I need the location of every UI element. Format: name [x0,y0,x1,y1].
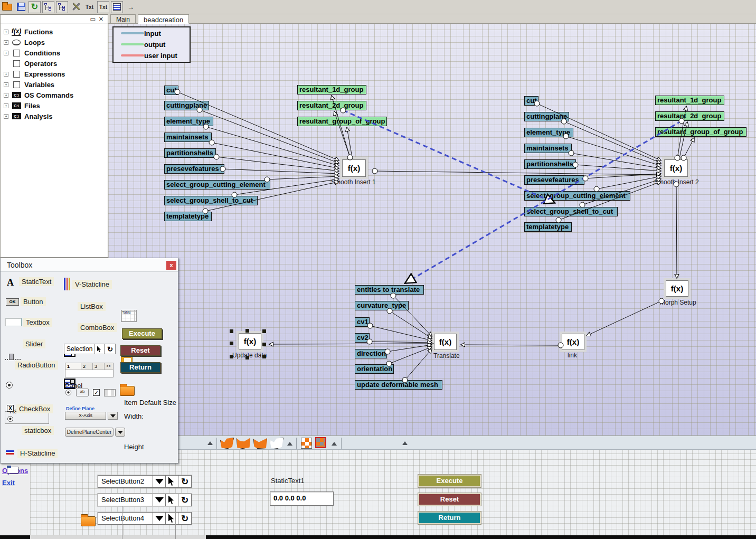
fx-node-update-data[interactable]: f(x) [239,333,261,349]
exit-link[interactable]: Exit [2,479,15,487]
tree-item-analysis[interactable]: +C:\Analysis [4,111,108,121]
fx-node-morph-setup[interactable]: f(x) [666,280,688,297]
toolbox-item-button[interactable]: Button [21,297,46,306]
connector-arrow-icon[interactable]: → [125,1,137,13]
x-axis-dropdown[interactable]: X-Axis [65,412,106,420]
fx-node-smooth-insert-2[interactable]: f(x) [664,159,688,177]
node-input-maintainsets-2[interactable]: maintainsets [524,144,572,153]
refresh-icon[interactable]: ↻ [29,1,41,13]
toolbox-item-radiobutton[interactable]: RadioButton [15,361,58,370]
save-icon[interactable] [15,1,27,13]
node-output-resultant-group-of-group-2[interactable]: resultant_group_of_group [655,127,746,137]
toolbox-item-h-staticline[interactable]: H-Staticline [17,449,58,458]
tree-item-files[interactable]: +C:\Files [4,100,108,111]
node-output-resultant-1d-group-2[interactable]: resultant_1d_group [655,96,724,105]
refresh-icon[interactable]: ↻ [105,344,115,354]
node-output-resultant-2d-group[interactable]: resultant_2d_group [297,101,366,110]
fx-node-smooth-insert-1[interactable]: f(x) [342,159,366,177]
toolbox-item-listbox[interactable]: ListBox [78,302,106,311]
tree-item-loops[interactable]: +Loops [4,37,108,48]
coordinate-textbox[interactable]: 0.0 0.0 0.0 [270,491,334,506]
node-input-curvature-type[interactable]: curvature_type [355,301,409,310]
toolbox-item-slider[interactable]: Slider [23,339,45,348]
dropdown-icon[interactable] [153,494,166,506]
toolbox-item-staticbox[interactable]: staticbox [22,426,54,435]
tree-view-icon[interactable] [42,1,54,13]
toolbox-return-button[interactable]: Return [120,362,160,373]
node-input-select-group-shell-to-cut-2[interactable]: select_group_shell_to_cut [524,207,618,216]
node-input-templatetype-2[interactable]: templatetype [524,222,572,232]
node-input-entities-to-translate[interactable]: entities to translate [355,285,424,295]
tree-item-expressions[interactable]: +Expressions [4,69,108,79]
refresh-icon[interactable]: ↻ [178,476,191,487]
toolbox-window[interactable]: Toolbox x A StaticText OK Button Textbox… [0,258,178,464]
text-tool-icon[interactable]: Txt [83,1,96,13]
node-input-partitionshells-2[interactable]: partitionshells [524,159,576,169]
toolbox-reset-button[interactable]: Reset [120,345,160,356]
text-boxed-tool-icon[interactable]: Txt [97,1,109,13]
list-view-icon[interactable] [111,1,123,13]
node-input-select-group-shell-to-cut[interactable]: select_group_shell_to_cut [164,196,258,205]
toolbox-item-combobox[interactable]: ComboBox [78,323,117,332]
toolbox-item-checkbox[interactable]: CheckBox [16,404,53,413]
refresh-icon[interactable]: ↻ [178,513,191,524]
tree-item-conditions[interactable]: +Conditions [4,48,108,58]
table-icon[interactable]: Table [121,310,137,322]
tree-item-os-commands[interactable]: +C:\OS Commands [4,90,108,100]
selection-widget[interactable]: Selection ↻ [64,344,116,354]
refresh-icon[interactable]: ↻ [178,494,191,506]
node-input-presevefeatures[interactable]: presevefeatures [164,164,224,174]
collapse-arrow-icon-3[interactable] [332,442,337,446]
node-input-cuttingplane-2[interactable]: cuttingplane [524,112,569,121]
tab-main[interactable]: Main [110,14,136,23]
folder-icon[interactable] [120,386,135,396]
graph-canvas[interactable]: input output user input cut cuttingplane… [108,24,756,436]
toolbox-item-textbox[interactable]: Textbox [23,318,52,327]
node-input-select-group-cutting-element-2[interactable]: select_group_cutting_element [524,191,630,201]
define-plane-center-button[interactable]: DefinePlaneCenter [65,428,114,437]
node-input-element-type[interactable]: element_type [164,117,213,126]
dropdown-icon[interactable] [153,476,166,487]
surface-icon-3[interactable] [253,438,267,449]
surface-icon-2[interactable] [237,438,250,449]
node-input-presevefeatures-2[interactable]: presevefeatures [524,175,584,185]
grid-view-selected-icon[interactable] [315,437,326,448]
node-input-select-group-cutting-element[interactable]: select_group_cutting_element [164,180,270,190]
node-input-partitionshells[interactable]: partitionshells [164,148,216,158]
reset-button[interactable]: Reset [418,493,481,506]
fx-node-translate[interactable]: f(x) [434,334,457,350]
select-button-3-widget[interactable]: SelectButton3 ↻ [98,494,192,506]
surface-outline-icon[interactable] [270,438,284,449]
node-input-cut[interactable]: cut [164,86,178,95]
collapse-arrow-icon[interactable] [207,441,213,445]
tree-item-variables[interactable]: +Variables [4,79,108,90]
fx-node-link[interactable]: f(x) [562,334,584,350]
pick-cursor-icon[interactable] [166,494,178,506]
node-input-cv2[interactable]: cv2 [355,333,370,343]
float-panel-icon[interactable]: ▭ [90,16,95,22]
node-input-update-deformable-mesh[interactable]: update deformable mesh [355,380,442,390]
pick-cursor-icon[interactable] [95,344,105,354]
tab-beadcreation[interactable]: beadcreation [138,14,189,24]
node-input-cuttingplane[interactable]: cuttingplane [164,101,209,110]
node-input-cut-2[interactable]: cut [524,96,538,106]
collapse-arrow-icon-4[interactable] [402,441,408,445]
node-input-orientation[interactable]: orientation [355,364,394,374]
toolbox-title[interactable]: Toolbox [1,258,178,272]
close-panel-icon[interactable]: ✕ [99,16,103,22]
x-axis-dropdown-arrow-icon[interactable] [108,412,118,420]
close-icon[interactable]: x [166,261,176,270]
collapse-arrow-icon-2[interactable] [287,442,292,446]
execute-button[interactable]: Execute [418,475,481,487]
node-output-resultant-2d-group-2[interactable]: resultant_2d_group [655,111,724,121]
open-folder-icon[interactable] [81,516,96,526]
return-button[interactable]: Return [418,512,481,524]
node-input-element-type-2[interactable]: element_type [524,128,573,137]
node-input-cv1[interactable]: cv1 [355,317,370,327]
tree-item-functions[interactable]: +f(x)Fuctions [4,26,108,37]
node-input-templatetype[interactable]: templatetype [164,212,212,221]
tree-view-icon-2[interactable] [56,1,68,13]
node-input-maintainsets[interactable]: maintainsets [164,133,212,142]
grid-view-icon[interactable] [301,438,312,449]
toolbox-item-statictext[interactable]: StaticText [19,277,54,286]
